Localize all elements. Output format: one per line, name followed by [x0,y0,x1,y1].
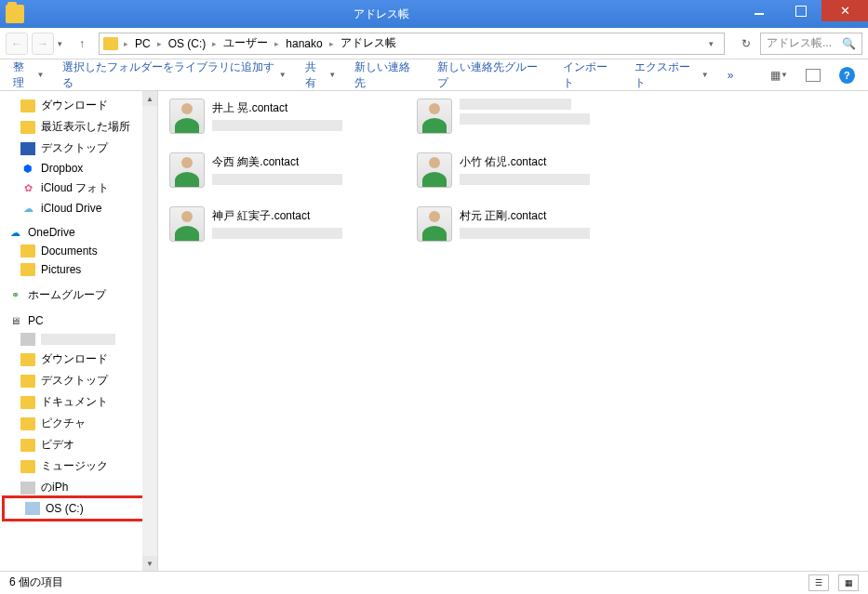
sidebar-item-desktop[interactable]: デスクトップ [0,138,157,159]
search-placeholder: アドレス帳... [767,35,832,51]
details-view-button[interactable]: ☰ [808,574,829,591]
address-bar[interactable]: ▸ PC ▸ OS (C:) ▸ ユーザー ▸ hanako ▸ アドレス帳 ▾ [99,33,725,55]
folder-icon [20,99,35,112]
search-icon: 🔍 [842,37,856,50]
view-menu-icon[interactable]: ▦▼ [770,67,787,84]
icloud-photo-icon: ✿ [20,182,35,195]
contact-name: 神戸 紅実子.contact [212,206,342,224]
contact-item[interactable]: 今西 絢美.contact [169,152,402,188]
sidebar-item-pc-desktop[interactable]: デスクトップ [0,370,157,391]
breadcrumb-item[interactable]: ユーザー [220,35,271,51]
folder-icon [20,396,35,409]
contact-item[interactable] [417,99,649,134]
icons-view-button[interactable]: ▦ [838,574,859,591]
contact-icon [169,152,205,188]
add-to-library-menu[interactable]: 選択したフォルダーをライブラリに追加する ▼ [62,59,286,91]
sidebar-item-pc-music[interactable]: ミュージック [0,455,157,477]
sidebar-item-pc-downloads[interactable]: ダウンロード [0,349,157,370]
refresh-button[interactable]: ↻ [736,37,756,50]
contact-item[interactable]: 小竹 佑児.contact [417,152,649,188]
contact-icon [417,206,452,242]
contact-detail [460,113,590,125]
contact-icon [169,206,205,242]
scroll-up-icon[interactable]: ▲ [142,91,157,106]
contact-name: 小竹 佑児.contact [460,152,590,170]
scroll-down-icon[interactable]: ▼ [142,556,157,571]
back-button[interactable]: ← [6,33,28,55]
status-bar: 6 個の項目 ☰ ▦ [0,571,868,593]
sidebar-item-downloads[interactable]: ダウンロード [0,95,157,116]
navigation-bar: ← → ▾ ↑ ▸ PC ▸ OS (C:) ▸ ユーザー ▸ hanako ▸… [0,28,868,59]
contact-icon [417,152,452,188]
chevron-down-icon: ▼ [328,71,336,79]
export-menu[interactable]: エクスポート ▼ [634,59,708,91]
forward-button[interactable]: → [32,33,54,55]
sidebar-item-pc-videos[interactable]: ビデオ [0,434,157,455]
chevron-down-icon: ▼ [279,71,287,79]
folder-icon [20,439,35,452]
icloud-icon: ☁ [20,202,35,215]
new-contact-button[interactable]: 新しい連絡先 [354,59,419,91]
sidebar-item-recent[interactable]: 最近表示した場所 [0,116,157,138]
folder-icon [20,244,35,257]
sidebar-item-os-drive[interactable]: OS (C:) [2,495,155,521]
breadcrumb-item[interactable]: PC [132,37,154,50]
dropbox-icon: ⬢ [20,162,35,175]
contact-item[interactable]: 井上 晃.contact [169,99,402,134]
window-controls [738,0,868,28]
overflow-menu[interactable]: » [728,69,734,82]
sidebar-item-onedrive[interactable]: ☁OneDrive [0,223,157,242]
import-button[interactable]: インポート [563,59,616,91]
folder-icon [103,37,118,50]
sidebar-item-homegroup[interactable]: ⚭ホームグループ [0,284,157,306]
chevron-right-icon: ▸ [273,39,281,48]
sidebar-item-pc-pictures[interactable]: ピクチャ [0,413,157,434]
device-icon [20,482,35,495]
sidebar-item-pc[interactable]: 🖥PC [0,311,157,330]
recent-icon [20,121,35,134]
sidebar-item-pc-documents[interactable]: ドキュメント [0,391,157,413]
title-bar: アドレス帳 [0,0,868,28]
sidebar-item-device[interactable] [0,330,157,349]
contact-item[interactable]: 神戸 紅実子.contact [169,206,402,242]
chevron-down-icon: ▼ [701,71,709,79]
organize-menu[interactable]: 整理 ▼ [13,59,44,91]
maximize-button[interactable] [780,0,821,21]
breadcrumb-item[interactable]: OS (C:) [166,37,209,50]
contact-detail [460,174,590,185]
sidebar-item-icloud-photo[interactable]: ✿iCloud フォト [0,178,157,199]
chevron-right-icon: ▸ [155,39,164,48]
homegroup-icon: ⚭ [7,289,22,302]
folder-icon [20,460,35,473]
drive-icon [25,502,40,515]
sidebar-scrollbar[interactable]: ▲ ▼ [142,91,157,571]
contact-name [460,99,571,110]
up-button[interactable]: ↑ [73,37,91,50]
search-input[interactable]: アドレス帳... 🔍 [760,33,862,55]
window-title: アドレス帳 [24,7,738,22]
contact-item[interactable]: 村元 正剛.contact [417,206,649,242]
onedrive-icon: ☁ [7,226,22,239]
history-dropdown[interactable]: ▾ [58,39,69,48]
sidebar-item-dropbox[interactable]: ⬢Dropbox [0,159,157,178]
path-dropdown[interactable]: ▾ [709,39,720,48]
help-icon[interactable]: ? [839,67,855,84]
minimize-button[interactable] [738,0,780,21]
toolbar: 整理 ▼ 選択したフォルダーをライブラリに追加する ▼ 共有 ▼ 新しい連絡先 … [0,59,868,91]
sidebar-item-icloud-drive[interactable]: ☁iCloud Drive [0,199,157,218]
close-button[interactable] [821,0,868,21]
contact-icon [169,99,205,134]
folder-icon [20,417,35,430]
contact-detail [460,228,590,239]
sidebar-item-documents[interactable]: Documents [0,242,157,260]
contact-name: 今西 絢美.contact [212,152,342,170]
new-contact-group-button[interactable]: 新しい連絡先グループ [437,59,544,91]
share-menu[interactable]: 共有 ▼ [305,59,336,91]
preview-pane-icon[interactable] [806,69,820,82]
item-count: 6 個の項目 [9,574,63,590]
breadcrumb-item[interactable]: hanako [283,37,325,50]
folder-icon [6,5,24,23]
breadcrumb-item[interactable]: アドレス帳 [338,35,399,51]
sidebar-item-pictures[interactable]: Pictures [0,260,157,279]
desktop-icon [20,142,35,155]
